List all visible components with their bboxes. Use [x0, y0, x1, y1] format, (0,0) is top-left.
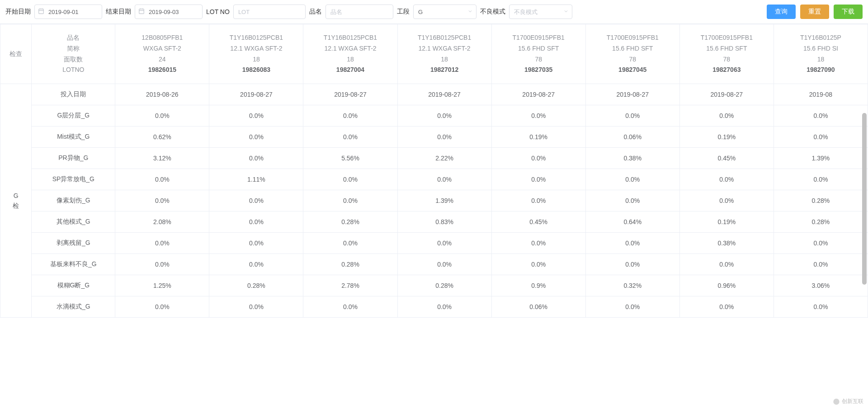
data-cell: 0.0%	[209, 190, 303, 211]
data-cell: 2.08%	[115, 211, 209, 233]
table-row: 其他模式_G2.08%0.0%0.28%0.83%0.45%0.64%0.19%…	[0, 211, 868, 233]
table-row: PR异物_G3.12%0.0%5.56%2.22%0.0%0.38%0.45%1…	[0, 148, 868, 169]
data-cell: 0.28%	[209, 275, 303, 296]
table-row: Mist模式_G0.62%0.0%0.0%0.0%0.19%0.06%0.19%…	[0, 127, 868, 148]
vertical-scrollbar[interactable]	[861, 113, 868, 294]
data-cell: 0.0%	[774, 254, 868, 275]
end-date-input[interactable]	[135, 5, 203, 19]
data-cell: 0.45%	[491, 211, 585, 233]
data-cell: 0.0%	[303, 169, 397, 190]
column-header: T1Y16B0125P15.6 FHD SI1819827090	[774, 24, 868, 84]
data-table-container[interactable]: 检查品名简称面取数LOTNO12B0805PFB1WXGA SFT-224198…	[0, 24, 868, 396]
data-cell: 0.0%	[397, 169, 491, 190]
data-cell: 0.0%	[585, 169, 679, 190]
data-cell: 0.0%	[679, 296, 774, 318]
data-table: 检查品名简称面取数LOTNO12B0805PFB1WXGA SFT-224198…	[0, 24, 868, 318]
product-input[interactable]	[326, 5, 393, 19]
scrollbar-thumb[interactable]	[862, 113, 867, 285]
data-cell: 0.96%	[679, 275, 774, 296]
data-cell: 0.0%	[115, 190, 209, 211]
data-cell: 0.0%	[209, 211, 303, 233]
data-cell: 2019-08	[774, 84, 868, 105]
row-label: 水滴模式_G	[32, 296, 115, 318]
row-label: 其他模式_G	[32, 211, 115, 233]
header-row-labels: 品名简称面取数LOTNO	[32, 24, 115, 84]
data-cell: 0.0%	[585, 254, 679, 275]
data-cell: 2019-08-27	[585, 84, 679, 105]
data-cell: 0.0%	[491, 148, 585, 169]
table-row: 像素划伤_G0.0%0.0%0.0%1.39%0.0%0.0%0.0%0.28%	[0, 190, 868, 211]
row-label: SP异常放电_G	[32, 169, 115, 190]
table-row: SP异常放电_G0.0%1.11%0.0%0.0%0.0%0.0%0.0%0.0…	[0, 169, 868, 190]
data-cell: 0.0%	[115, 254, 209, 275]
data-cell: 0.64%	[585, 211, 679, 233]
data-cell: 0.28%	[397, 275, 491, 296]
data-cell: 0.28%	[774, 190, 868, 211]
download-button[interactable]: 下载	[834, 5, 863, 19]
row-label: 剥离残留_G	[32, 233, 115, 254]
start-date-input[interactable]	[34, 5, 102, 19]
column-header: 12B0805PFB1WXGA SFT-22419826015	[115, 24, 209, 84]
data-cell: 0.0%	[774, 169, 868, 190]
table-row: 水滴模式_G0.0%0.0%0.0%0.0%0.06%0.0%0.0%0.0%	[0, 296, 868, 318]
defect-mode-select[interactable]	[509, 5, 572, 19]
lotno-label: LOT NO	[206, 8, 230, 15]
data-cell: 0.19%	[679, 211, 774, 233]
data-cell: 0.0%	[209, 296, 303, 318]
data-cell: 0.0%	[491, 190, 585, 211]
data-cell: 3.12%	[115, 148, 209, 169]
table-row: 剥离残留_G0.0%0.0%0.0%0.0%0.0%0.0%0.38%0.0%	[0, 233, 868, 254]
data-cell: 2019-08-27	[491, 84, 585, 105]
data-cell: 0.0%	[115, 233, 209, 254]
data-cell: 1.25%	[115, 275, 209, 296]
column-header: T1Y16B0125PCB112.1 WXGA SFT-21819827004	[303, 24, 397, 84]
lotno-input[interactable]	[233, 5, 306, 19]
data-cell: 0.0%	[679, 190, 774, 211]
data-cell: 3.06%	[774, 275, 868, 296]
data-cell: 0.0%	[585, 190, 679, 211]
row-label: 像素划伤_G	[32, 190, 115, 211]
header-check: 检查	[0, 24, 32, 84]
row-label: 模糊G断_G	[32, 275, 115, 296]
data-cell: 0.0%	[585, 296, 679, 318]
query-button[interactable]: 查询	[767, 5, 796, 19]
data-cell: 0.0%	[303, 296, 397, 318]
data-cell: 0.0%	[397, 127, 491, 148]
data-cell: 0.19%	[679, 127, 774, 148]
table-row: 基板来料不良_G0.0%0.0%0.28%0.0%0.0%0.0%0.0%0.0…	[0, 254, 868, 275]
process-select[interactable]	[413, 5, 476, 19]
data-cell: 0.28%	[303, 254, 397, 275]
data-cell: 0.0%	[774, 296, 868, 318]
column-header: T1Y16B0125PCB112.1 WXGA SFT-21819826083	[209, 24, 303, 84]
start-date-label: 开始日期	[5, 8, 31, 16]
column-header: T1700E0915PFB115.6 FHD SFT7819827063	[679, 24, 774, 84]
data-cell: 0.0%	[774, 127, 868, 148]
data-cell: 2019-08-27	[303, 84, 397, 105]
data-cell: 2.78%	[303, 275, 397, 296]
filter-toolbar: 开始日期 结束日期 LOT NO 品名 工段	[0, 0, 868, 24]
data-cell: 0.0%	[209, 127, 303, 148]
data-cell: 0.45%	[679, 148, 774, 169]
data-cell: 0.0%	[491, 233, 585, 254]
reset-button[interactable]: 重置	[800, 5, 829, 19]
data-cell: 0.19%	[491, 127, 585, 148]
data-cell: 1.39%	[774, 148, 868, 169]
process-label: 工段	[397, 8, 410, 16]
column-header: T1700E0915PFB115.6 FHD SFT7819827035	[491, 24, 585, 84]
data-cell: 0.0%	[115, 296, 209, 318]
data-cell: 0.0%	[209, 254, 303, 275]
column-header: T1700E0915PFB115.6 FHD SFT7819827045	[585, 24, 679, 84]
data-cell: 1.39%	[397, 190, 491, 211]
data-cell: 5.56%	[303, 148, 397, 169]
data-cell: 0.0%	[397, 105, 491, 127]
data-cell: 0.0%	[679, 169, 774, 190]
data-cell: 0.32%	[585, 275, 679, 296]
data-cell: 0.0%	[115, 169, 209, 190]
row-label: 投入日期	[32, 84, 115, 105]
data-cell: 2019-08-27	[679, 84, 774, 105]
column-header: T1Y16B0125PCB112.1 WXGA SFT-21819827012	[397, 24, 491, 84]
data-cell: 0.38%	[679, 233, 774, 254]
data-cell: 0.38%	[585, 148, 679, 169]
table-row: G检投入日期2019-08-262019-08-272019-08-272019…	[0, 84, 868, 105]
data-cell: 0.0%	[303, 127, 397, 148]
